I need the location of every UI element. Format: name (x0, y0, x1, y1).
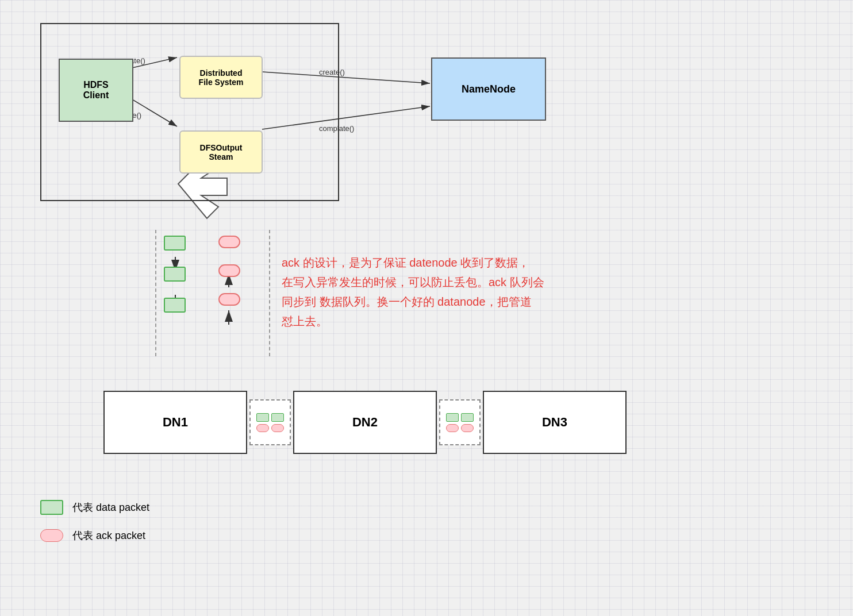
hdfs-client-label: HDFS Client (83, 80, 109, 101)
ack-packet-2 (218, 264, 240, 277)
mini-ack-packet (446, 424, 459, 432)
legend: 代表 data packet 代表 ack packet (40, 500, 149, 556)
dn1-label: DN1 (163, 415, 188, 430)
mini-data-packet (271, 413, 284, 422)
packet-group-1 (249, 399, 291, 445)
data-packet-1 (164, 236, 186, 251)
dfs-output-label: DFSOutput Steam (200, 143, 243, 161)
ack-packet-1 (218, 236, 240, 248)
dfs-box: Distributed File System (179, 56, 263, 99)
mini-ack-packet (256, 424, 269, 432)
mini-data-packet (446, 413, 459, 422)
dn3-label: DN3 (542, 415, 567, 430)
dn2-label: DN2 (352, 415, 378, 430)
namenode-label: NameNode (462, 83, 516, 95)
ack-packet-column (218, 236, 240, 306)
legend-data-label: 代表 data packet (72, 500, 149, 514)
annotation-content: ack 的设计，是为了保证 datenode 收到了数据， 在写入异常发生的时候… (282, 256, 544, 328)
legend-ack-label: 代表 ack packet (72, 529, 145, 542)
mini-data-packet (461, 413, 474, 422)
annotation-text: ack 的设计，是为了保证 datenode 收到了数据， 在写入异常发生的时候… (282, 253, 544, 331)
ack-packet-3 (218, 293, 240, 306)
legend-data-packet: 代表 data packet (40, 500, 149, 515)
dfs-label: Distributed File System (199, 68, 244, 87)
dn3-box: DN3 (483, 391, 627, 454)
dashed-connector-1 (247, 391, 293, 454)
hdfs-client-box: HDFS Client (59, 59, 133, 122)
data-packet-column (164, 236, 186, 313)
legend-red-icon (40, 529, 63, 542)
mini-ack-packet (271, 424, 284, 432)
data-packet-3 (164, 298, 186, 313)
dfs-output-box: DFSOutput Steam (179, 130, 263, 174)
mini-ack-packet (461, 424, 474, 432)
dn1-box: DN1 (103, 391, 247, 454)
packet-group-2 (439, 399, 481, 445)
mini-data-packet (256, 413, 269, 422)
legend-ack-packet: 代表 ack packet (40, 529, 149, 542)
dashed-connector-2 (437, 391, 483, 454)
namenode-box: NameNode (431, 57, 546, 121)
datanode-section: DN1 DN2 (103, 391, 627, 454)
dn2-box: DN2 (293, 391, 437, 454)
legend-green-icon (40, 500, 63, 515)
top-diagram: HDFS Client Distributed File System DFSO… (40, 23, 339, 201)
data-packet-2 (164, 267, 186, 282)
